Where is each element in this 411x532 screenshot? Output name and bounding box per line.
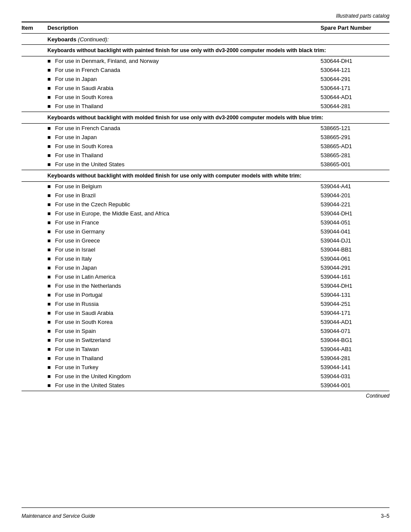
entry-spare: 538665-001: [321, 161, 389, 168]
entry-spare: 539044-051: [321, 219, 389, 226]
entry-desc-text: For use in the United States: [55, 161, 125, 168]
bullet-icon: ■: [47, 301, 51, 307]
table-row: ■ For use in Taiwan 539044-AB1: [22, 345, 389, 354]
bullet-icon: ■: [47, 237, 51, 244]
keyboards-continued-label: Keyboards (Continued):: [22, 34, 389, 45]
section-1: Keyboards without backlight with painted…: [22, 45, 389, 112]
section-3-header: Keyboards without backlight with molded …: [22, 170, 389, 182]
bullet-icon: ■: [47, 246, 51, 253]
entry-spare: 539044-281: [321, 355, 389, 361]
section-1-header: Keyboards without backlight with painted…: [22, 45, 389, 56]
entry-desc: ■ For use in Europe, the Middle East, an…: [47, 210, 321, 217]
entry-spare: 538665-AD1: [321, 143, 389, 149]
bullet-icon: ■: [47, 192, 51, 199]
entry-desc: ■ For use in the United Kingdom: [47, 373, 321, 380]
bullet-icon: ■: [47, 143, 51, 149]
entry-spare: 539044-031: [321, 373, 389, 380]
page: Illustrated parts catalog Item Descripti…: [0, 0, 411, 532]
entry-desc: ■ For use in the Netherlands: [47, 283, 321, 289]
section-2-header: Keyboards without backlight with molded …: [22, 112, 389, 124]
entry-spare: 539044-AB1: [321, 346, 389, 352]
table-row: ■ For use in Japan 539044-291: [22, 263, 389, 272]
entry-spare: 530644-291: [321, 76, 389, 82]
bullet-icon: ■: [47, 85, 51, 91]
table-row: ■ For use in Germany 539044-041: [22, 227, 389, 236]
entry-spare: 538665-281: [321, 152, 389, 159]
column-headers: Item Description Spare Part Number: [22, 22, 389, 34]
entry-desc: ■ For use in the United States: [47, 382, 321, 389]
entry-desc: ■ For use in Italy: [47, 255, 321, 262]
entry-desc: ■ For use in Denmark, Finland, and Norwa…: [47, 58, 321, 64]
bullet-icon: ■: [47, 255, 51, 262]
entry-desc: ■ For use in Israel: [47, 246, 321, 253]
table-row: ■ For use in Thailand 538665-281: [22, 151, 389, 160]
entry-desc: ■ For use in Germany: [47, 228, 321, 235]
bullet-icon: ■: [47, 125, 51, 131]
entry-desc-text: For use in Saudi Arabia: [55, 310, 113, 316]
entry-desc: ■ For use in South Korea: [47, 94, 321, 100]
table-row: ■ For use in South Korea 539044-AD1: [22, 317, 389, 327]
entry-desc-text: For use in South Korea: [55, 319, 113, 325]
bullet-icon: ■: [47, 337, 51, 343]
footer-left-text: Maintenance and Service Guide: [22, 513, 95, 519]
entry-desc-text: For use in Spain: [55, 328, 96, 334]
entry-desc: ■ For use in South Korea: [47, 143, 321, 149]
entry-spare: 539044-161: [321, 274, 389, 280]
table-row: ■ For use in Latin America 539044-161: [22, 272, 389, 281]
table-row: ■ For use in French Canada 538665-121: [22, 124, 389, 133]
table-row: ■ For use in the United Kingdom 539044-0…: [22, 372, 389, 381]
table-row: ■ For use in Israel 539044-BB1: [22, 245, 389, 254]
entry-desc: ■ For use in Japan: [47, 76, 321, 82]
bullet-icon: ■: [47, 76, 51, 82]
bullet-icon: ■: [47, 183, 51, 190]
entry-spare: 539044-201: [321, 192, 389, 199]
entry-spare: 530644-281: [321, 103, 389, 109]
entry-desc-text: For use in Thailand: [55, 355, 103, 361]
bullet-icon: ■: [47, 67, 51, 73]
entry-spare: 539044-BB1: [321, 246, 389, 253]
entry-desc-text: For use in French Canada: [55, 125, 120, 131]
entry-desc-text: For use in Belgium: [55, 183, 102, 190]
entry-desc-text: For use in South Korea: [55, 94, 113, 100]
entry-desc: ■ For use in the Czech Republic: [47, 201, 321, 208]
entry-desc: ■ For use in Saudi Arabia: [47, 85, 321, 91]
entry-desc: ■ For use in Thailand: [47, 103, 321, 109]
entry-spare: 539044-A41: [321, 183, 389, 190]
keyboards-continued-text: (Continued):: [78, 36, 109, 43]
entry-desc: ■ For use in Switzerland: [47, 337, 321, 343]
bullet-icon: ■: [47, 310, 51, 316]
entry-desc-text: For use in Japan: [55, 76, 97, 82]
table-row: ■ For use in Belgium 539044-A41: [22, 182, 389, 191]
entry-desc: ■ For use in Belgium: [47, 183, 321, 190]
entry-desc-text: For use in South Korea: [55, 143, 113, 149]
bullet-icon: ■: [47, 274, 51, 280]
entry-desc-text: For use in Portugal: [55, 292, 103, 298]
entry-desc: ■ For use in French Canada: [47, 125, 321, 131]
entry-spare: 530644-121: [321, 67, 389, 73]
footer-page-number: 3–5: [381, 513, 389, 519]
bullet-icon: ■: [47, 210, 51, 217]
bullet-icon: ■: [47, 161, 51, 168]
table-row: ■ For use in French Canada 530644-121: [22, 65, 389, 75]
entry-spare: 539044-001: [321, 382, 389, 389]
content-area: Keyboards (Continued): Keyboards without…: [22, 34, 389, 507]
bullet-icon: ■: [47, 364, 51, 370]
entry-desc-text: For use in Italy: [55, 255, 92, 262]
table-row: ■ For use in Europe, the Middle East, an…: [22, 209, 389, 218]
table-row: ■ For use in South Korea 530644-AD1: [22, 93, 389, 102]
bullet-icon: ■: [47, 219, 51, 226]
entry-spare: 539044-131: [321, 292, 389, 298]
section-3: Keyboards without backlight with molded …: [22, 170, 389, 391]
bullet-icon: ■: [47, 103, 51, 109]
entry-spare: 539044-DH1: [321, 283, 389, 289]
entry-desc-text: For use in Taiwan: [55, 346, 99, 352]
table-row: ■ For use in Greece 539044-DJ1: [22, 236, 389, 245]
entry-desc-text: For use in French Canada: [55, 67, 120, 73]
entry-desc: ■ For use in Japan: [47, 264, 321, 271]
table-row: ■ For use in Brazil 539044-201: [22, 191, 389, 200]
entry-desc-text: For use in the United States: [55, 382, 125, 389]
entry-desc-text: For use in Japan: [55, 264, 97, 271]
continued-label: Continued: [22, 391, 389, 401]
entry-desc: ■ For use in France: [47, 219, 321, 226]
entry-spare: 539044-251: [321, 301, 389, 307]
